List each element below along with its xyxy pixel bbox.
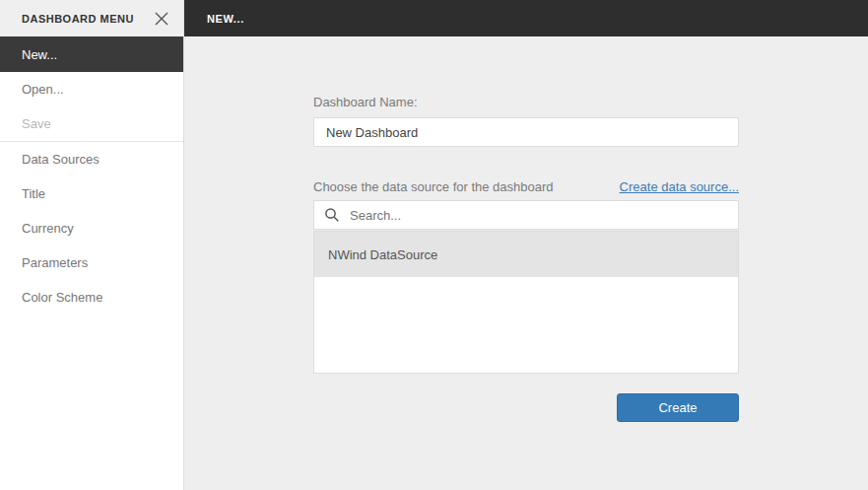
data-source-search bbox=[313, 200, 739, 230]
close-icon[interactable] bbox=[151, 8, 172, 30]
sidebar-item-label: Currency bbox=[22, 221, 74, 236]
dashboard-menu-sidebar: DASHBOARD MENU New... Open... Save Data … bbox=[0, 0, 184, 490]
data-source-name: NWind DataSource bbox=[328, 247, 437, 262]
create-button[interactable]: Create bbox=[617, 393, 739, 422]
data-source-list: NWind DataSource bbox=[313, 231, 739, 374]
sidebar-item-open[interactable]: Open... bbox=[0, 72, 183, 106]
sidebar-item-label: New... bbox=[22, 47, 57, 62]
sidebar-item-label: Open... bbox=[22, 82, 64, 97]
sidebar-item-data-sources[interactable]: Data Sources bbox=[0, 142, 183, 176]
search-input[interactable] bbox=[313, 200, 739, 230]
dashboard-designer-app: DASHBOARD MENU New... Open... Save Data … bbox=[0, 0, 868, 490]
dashboard-name-label: Dashboard Name: bbox=[313, 95, 739, 110]
topbar: NEW... bbox=[184, 0, 868, 36]
sidebar-item-currency[interactable]: Currency bbox=[0, 211, 183, 245]
sidebar-item-label: Parameters bbox=[22, 255, 88, 270]
sidebar-item-save: Save bbox=[0, 106, 183, 141]
sidebar-item-label: Title bbox=[22, 186, 45, 201]
new-dashboard-form: Dashboard Name: Choose the data source f… bbox=[313, 36, 739, 422]
sidebar-item-label: Data Sources bbox=[22, 152, 100, 167]
list-item-nwind-datasource[interactable]: NWind DataSource bbox=[314, 232, 738, 277]
dashboard-name-input[interactable] bbox=[313, 117, 739, 147]
sidebar-item-title[interactable]: Title bbox=[0, 176, 183, 211]
sidebar-title: DASHBOARD MENU bbox=[22, 13, 134, 25]
data-source-label-row: Choose the data source for the dashboard… bbox=[313, 179, 739, 195]
sidebar-item-label: Color Scheme bbox=[22, 290, 102, 305]
sidebar-item-parameters[interactable]: Parameters bbox=[0, 245, 183, 280]
choose-data-source-label: Choose the data source for the dashboard bbox=[313, 179, 554, 195]
sidebar-item-new[interactable]: New... bbox=[0, 36, 183, 72]
create-data-source-link[interactable]: Create data source... bbox=[620, 179, 739, 194]
sidebar-header: DASHBOARD MENU bbox=[0, 0, 183, 36]
button-row: Create bbox=[313, 393, 739, 422]
topbar-title: NEW... bbox=[207, 13, 244, 25]
main-content: Dashboard Name: Choose the data source f… bbox=[184, 36, 868, 490]
sidebar-item-color-scheme[interactable]: Color Scheme bbox=[0, 280, 183, 315]
search-icon bbox=[324, 207, 340, 223]
sidebar-item-label: Save bbox=[22, 116, 51, 131]
